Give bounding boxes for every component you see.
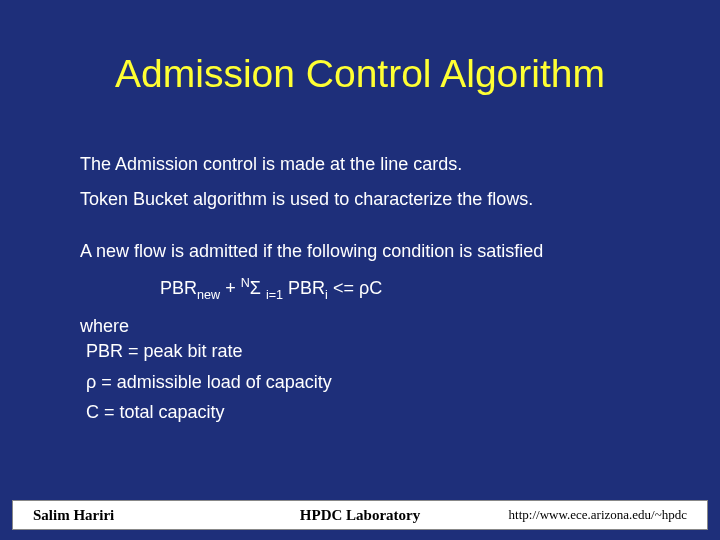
formula-le: <= ρC [328,278,382,298]
footer-author: Salim Hariri [33,507,251,524]
where-label: where [80,316,640,337]
definitions: PBR = peak bit rate ρ = admissible load … [80,341,640,423]
body-line-3: A new flow is admitted if the following … [80,241,640,262]
formula-plus: + [220,278,241,298]
formula-sup-n: N [241,276,250,290]
formula-pbr1: PBR [160,278,197,298]
formula-sub-new: new [197,288,220,302]
footer-lab: HPDC Laboratory [251,507,469,524]
slide: Admission Control Algorithm The Admissio… [0,0,720,540]
def-pbr: PBR = peak bit rate [86,341,640,362]
body-line-1: The Admission control is made at the lin… [80,154,640,175]
def-c: C = total capacity [86,402,640,423]
slide-title: Admission Control Algorithm [0,52,720,96]
formula-sub-i1: i=1 [266,288,283,302]
body-line-2: Token Bucket algorithm is used to charac… [80,189,640,210]
footer-url: http://www.ece.arizona.edu/~hpdc [469,507,687,523]
formula-pbr2: PBR [288,278,325,298]
spacer [80,223,640,241]
def-rho: ρ = admissible load of capacity [86,372,640,393]
slide-footer: Salim Hariri HPDC Laboratory http://www.… [12,500,708,530]
formula-sigma: Σ [250,278,266,298]
slide-body: The Admission control is made at the lin… [80,154,640,433]
admission-formula: PBRnew + NΣ i=1 PBRi <= ρC [160,276,640,302]
